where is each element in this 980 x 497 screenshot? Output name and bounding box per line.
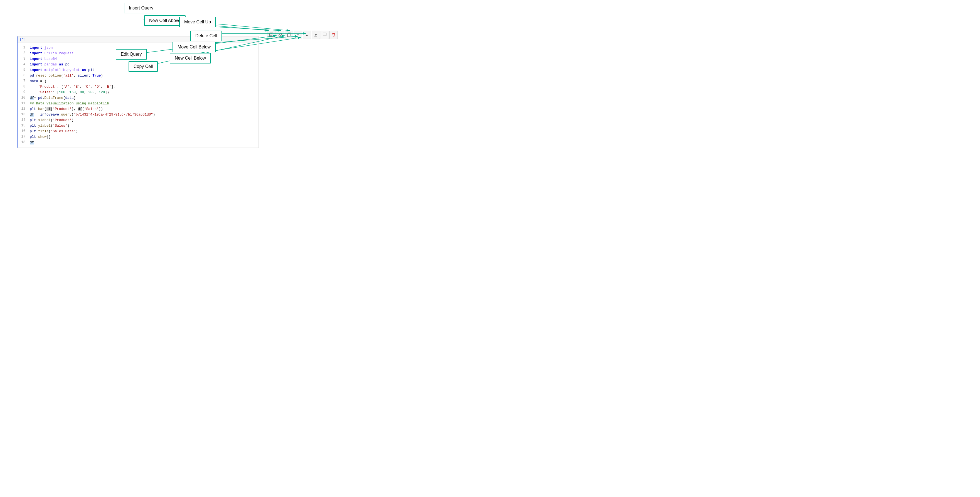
delete-button[interactable] (329, 30, 338, 39)
copy-cell-tooltip: Copy Cell (129, 61, 158, 72)
code-line-11: 11 ## Data Visualization using matplotli… (18, 101, 258, 106)
code-line-9: 9 'Sales': [100, 150, 80, 200, 120]} (18, 90, 258, 95)
code-line-13: 13 df = infoveave.query("b71432f4-19ca-4… (18, 112, 258, 118)
code-line-18: 18 df (18, 140, 258, 145)
new-below-button[interactable] (321, 30, 329, 39)
svg-rect-2 (270, 35, 272, 37)
svg-rect-4 (288, 34, 290, 37)
move-cell-below-tooltip: Move Cell Below (172, 42, 216, 53)
copy-button[interactable] (285, 30, 293, 39)
move-down-button[interactable] (303, 30, 311, 39)
run-indicator: [*] (20, 38, 26, 41)
svg-rect-6 (323, 33, 326, 36)
svg-rect-1 (270, 33, 272, 34)
code-line-17: 17 plt.show() (18, 134, 258, 140)
new-cell-below-tooltip: New Cell Below (170, 53, 211, 64)
insert-query-tooltip: Insert Query (124, 3, 158, 13)
code-line-8: 8 'Product': ['A', 'B', 'C', 'D', 'E'], (18, 84, 258, 90)
edit-button[interactable] (276, 30, 284, 39)
toolbar (267, 30, 338, 39)
edit-query-tooltip: Edit Query (116, 49, 147, 60)
code-line-16: 16 plt.title('Sales Data') (18, 129, 258, 134)
editor-header: [*] (18, 37, 258, 43)
save-button[interactable] (267, 30, 275, 39)
move-cell-up-tooltip: Move Cell Up (179, 17, 216, 27)
new-above-button[interactable] (312, 30, 320, 39)
code-line-12: 12 plt.bar(df['Product'], df['Sales']) (18, 106, 258, 112)
code-line-14: 14 plt.xlabel('Product') (18, 118, 258, 123)
code-line-7: 7 data = { (18, 78, 258, 84)
delete-cell-tooltip: Delete Cell (190, 30, 222, 41)
move-up-button[interactable] (294, 30, 302, 39)
code-line-15: 15 plt.ylabel('Sales') (18, 123, 258, 129)
code-line-10: 10 df= pd.DataFrame(data) (18, 95, 258, 101)
code-line-6: 6 pd.reset_option('all', silent=True) (18, 73, 258, 78)
